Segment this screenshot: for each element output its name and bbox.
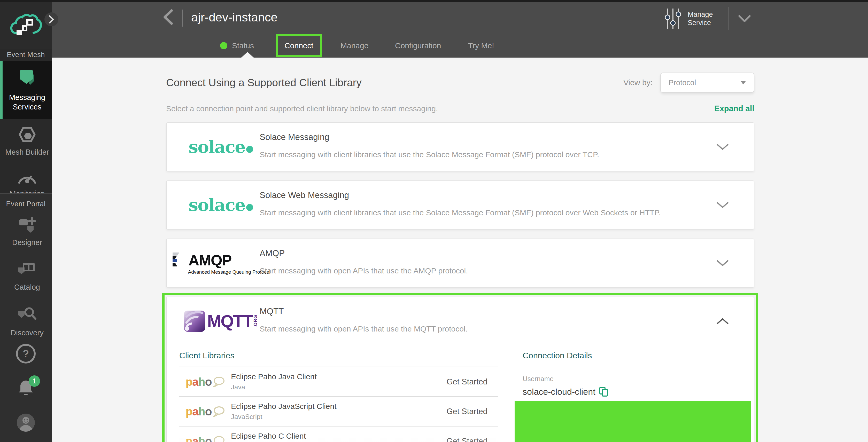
- library-row-java: paho Eclipse Paho Java Client Java: [179, 367, 498, 397]
- mqtt-card-highlight: MQTT .ORG MQTT Start messaging with open…: [162, 293, 758, 442]
- tab-configuration[interactable]: Configuration: [395, 34, 441, 58]
- library-language: Java: [231, 383, 446, 391]
- amqp-logo: AMQP Advanced Message Queuing Protocol: [182, 239, 259, 287]
- card-title: AMQP: [259, 248, 702, 258]
- view-by-dropdown[interactable]: Protocol: [660, 73, 754, 93]
- discovery-icon: [17, 306, 37, 324]
- catalog-icon: [17, 262, 37, 278]
- sidebar-expand-button[interactable]: [44, 12, 58, 26]
- chevron-up-icon[interactable]: [716, 317, 729, 325]
- tab-try-me[interactable]: Try Me!: [468, 34, 494, 58]
- view-by-label: View by:: [623, 78, 653, 87]
- password-highlight-overlay: [515, 401, 751, 442]
- card-description: Start messaging with open APIs that use …: [259, 325, 702, 333]
- tab-label: Configuration: [395, 41, 441, 50]
- chevron-down-icon[interactable]: [716, 260, 729, 267]
- sidebar-item-label: Designer: [12, 238, 42, 247]
- speech-bubble-icon: [213, 406, 225, 417]
- caret-down-icon: [740, 81, 746, 84]
- solace-web-messaging-logo: solace: [182, 181, 259, 229]
- paho-logo: paho: [179, 405, 231, 418]
- page-title: ajr-dev-instance: [191, 10, 277, 24]
- mqtt-swirl-icon: [183, 310, 206, 332]
- sidebar-item-catalog[interactable]: Catalog: [0, 254, 52, 299]
- sidebar: Event Mesh Messaging Services Mesh Build…: [0, 2, 52, 442]
- card-description: Start messaging with client libraries th…: [259, 150, 702, 159]
- top-bar: ajr-dev-instance Manage Service Status: [52, 2, 868, 58]
- back-button[interactable]: [162, 9, 174, 26]
- main-content: Connect Using a Supported Client Library…: [52, 58, 868, 442]
- client-libraries-title: Client Libraries: [179, 351, 498, 361]
- chevron-down-icon[interactable]: [716, 201, 729, 209]
- amqp-wordmark: AMQP: [189, 251, 231, 269]
- tab-label: Manage: [340, 41, 368, 50]
- card-amqp[interactable]: AMQP Advanced Message Queuing Protocol A…: [166, 239, 754, 287]
- copy-button[interactable]: [599, 386, 609, 397]
- tab-label: Status: [232, 41, 254, 50]
- active-tab-pointer: [241, 52, 254, 58]
- sidebar-item-mesh-builder[interactable]: Mesh Builder: [0, 119, 52, 164]
- section-label-event-mesh: Event Mesh: [0, 49, 52, 61]
- person-icon: [17, 414, 35, 432]
- tab-bar: Status Connect Manage Configuration Try …: [52, 34, 868, 58]
- notification-badge: 1: [29, 375, 40, 387]
- app-root: Event Mesh Messaging Services Mesh Build…: [0, 0, 868, 442]
- sidebar-item-label: Catalog: [14, 282, 40, 292]
- library-name: Eclipse Paho JavaScript Client: [231, 402, 446, 411]
- card-solace-messaging[interactable]: solace Solace Messaging Start messaging …: [166, 123, 754, 171]
- title-separator: [182, 9, 183, 27]
- card-mqtt: MQTT .ORG MQTT Start messaging with open…: [166, 297, 754, 442]
- gauge-icon: [17, 171, 37, 184]
- hexagon-icon: [18, 126, 36, 143]
- tab-connect-highlight: Connect: [276, 34, 322, 57]
- section-label-event-portal: Event Portal: [0, 198, 52, 210]
- chevron-left-icon: [162, 9, 174, 25]
- chevron-down-icon[interactable]: [716, 143, 729, 150]
- library-row-c: paho Eclipse Paho C Client C: [179, 427, 498, 442]
- sidebar-item-discovery[interactable]: Discovery: [0, 299, 52, 345]
- expand-all-link[interactable]: Expand all: [714, 104, 754, 113]
- manage-service-label: Manage Service: [688, 10, 719, 27]
- card-title: Solace Messaging: [259, 132, 702, 142]
- top-strip: [0, 0, 868, 2]
- amqp-flag-icon: [172, 252, 187, 268]
- paho-logo: paho: [179, 435, 231, 442]
- cloud-logo-icon: [9, 13, 42, 38]
- manage-service-button[interactable]: Manage Service: [665, 7, 751, 30]
- chevron-down-icon[interactable]: [738, 15, 751, 23]
- solace-logo[interactable]: [0, 2, 52, 49]
- mqtt-org-suffix: .ORG: [253, 315, 258, 328]
- sidebar-bottom-actions: ? 1: [0, 344, 52, 432]
- sidebar-item-designer[interactable]: Designer: [0, 210, 52, 254]
- card-description: Start messaging with open APIs that use …: [259, 266, 702, 275]
- sidebar-item-messaging-services[interactable]: Messaging Services: [0, 61, 52, 119]
- library-name: Eclipse Paho Java Client: [231, 372, 446, 381]
- help-icon[interactable]: ?: [16, 344, 36, 364]
- sidebar-item-label: Mesh Builder: [5, 147, 49, 157]
- card-title: MQTT: [259, 306, 702, 316]
- client-libraries-panel: Client Libraries paho: [179, 345, 498, 442]
- user-avatar[interactable]: [17, 414, 35, 432]
- designer-icon: [18, 217, 37, 233]
- card-solace-web-messaging[interactable]: solace Solace Web Messaging Start messag…: [166, 180, 754, 230]
- amqp-caption: Advanced Message Queuing Protocol: [188, 269, 271, 275]
- chevron-right-icon: [48, 15, 55, 24]
- tab-manage[interactable]: Manage: [340, 34, 368, 58]
- library-language: JavaScript: [231, 413, 446, 421]
- get-started-link[interactable]: Get Started: [446, 377, 488, 386]
- sidebar-item-label: Messaging Services: [3, 93, 52, 112]
- library-name: Eclipse Paho C Client: [231, 432, 446, 440]
- page-subtitle: Select a connection point and supported …: [166, 104, 438, 113]
- copy-icon: [599, 386, 609, 397]
- mqtt-wordmark: MQTT: [207, 311, 252, 331]
- view-by-value: Protocol: [669, 78, 696, 87]
- connection-details-title: Connection Details: [523, 351, 752, 361]
- tab-connect[interactable]: Connect: [284, 41, 313, 50]
- get-started-link[interactable]: Get Started: [446, 407, 488, 416]
- card-description: Start messaging with client libraries th…: [259, 208, 702, 217]
- notifications-button[interactable]: 1: [18, 379, 34, 398]
- sliders-icon: [665, 7, 681, 30]
- get-started-link[interactable]: Get Started: [446, 437, 488, 442]
- mqtt-card-header[interactable]: MQTT .ORG MQTT Start messaging with open…: [167, 297, 754, 345]
- username-value: solace-cloud-client: [523, 387, 595, 397]
